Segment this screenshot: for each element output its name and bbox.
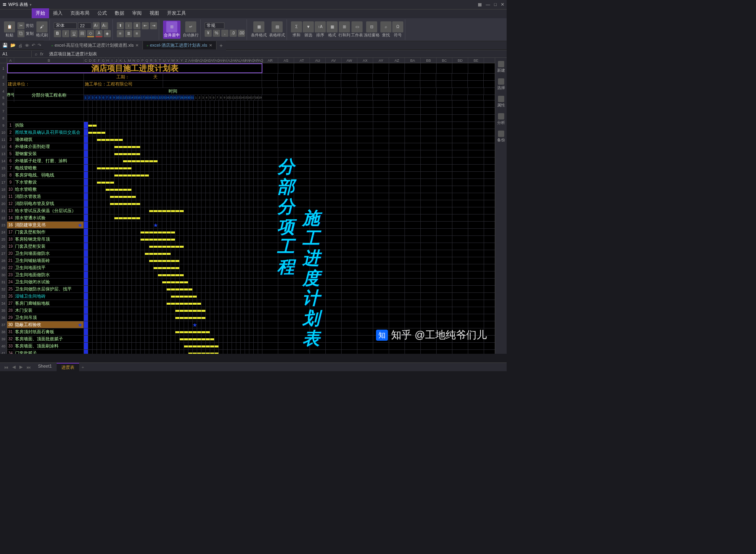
cell[interactable] [119,293,123,300]
cell[interactable] [236,314,241,321]
cell[interactable] [162,122,167,129]
cell[interactable] [123,307,127,314]
cell[interactable] [258,307,262,314]
cell[interactable] [136,300,141,307]
row-header[interactable]: 14 [0,157,7,164]
cell[interactable]: 墙体砌筑 [14,136,84,143]
col-header[interactable]: AF [210,58,215,63]
cell[interactable] [184,314,188,321]
cell[interactable] [258,243,262,250]
cell[interactable] [193,165,197,171]
cell[interactable] [158,321,162,328]
col-header[interactable]: X [175,58,180,63]
cell[interactable] [123,336,127,342]
cell[interactable] [149,321,154,328]
cell[interactable] [106,328,110,335]
cell[interactable] [201,200,206,207]
cell[interactable] [136,257,141,264]
cell[interactable] [197,250,201,257]
row-header[interactable]: 22 [0,214,7,221]
cell[interactable] [101,193,106,200]
cell[interactable] [84,286,88,292]
cell[interactable] [132,328,136,335]
cell[interactable] [175,279,180,285]
cell[interactable] [258,293,262,300]
col-header[interactable]: H [106,58,110,63]
col-header[interactable]: AO [249,58,254,63]
cell[interactable] [154,129,158,136]
cell[interactable] [171,193,175,200]
cell[interactable] [219,229,223,235]
cell[interactable] [245,300,249,307]
cell[interactable] [210,229,215,235]
cell[interactable] [258,314,262,321]
cell[interactable] [84,314,88,321]
cell[interactable] [127,172,132,178]
wrap-icon[interactable]: ↵ [185,21,196,32]
open-icon[interactable]: 📂 [10,43,16,48]
cell[interactable] [84,300,88,307]
cell[interactable] [162,314,167,321]
cell[interactable] [93,336,97,342]
cell[interactable] [110,257,114,264]
cell[interactable]: 2 [87,95,91,100]
currency-icon[interactable]: ¥ [205,30,212,37]
borders-icon[interactable]: 田 [79,30,86,37]
cell[interactable] [249,179,254,186]
cell[interactable] [88,300,93,307]
cell[interactable] [154,321,158,328]
cell[interactable] [101,350,106,354]
cell[interactable] [145,186,149,193]
cell[interactable] [254,314,258,321]
cell[interactable] [201,157,206,164]
row-header[interactable]: 4 [0,88,7,95]
cell[interactable] [149,300,154,307]
side-item-0[interactable]: 新建 [497,61,505,73]
cell[interactable] [167,108,171,114]
col-header[interactable]: S [154,58,158,63]
row-header[interactable]: 34 [0,300,7,307]
cell[interactable] [167,243,171,250]
cell[interactable] [193,328,197,335]
cell[interactable] [132,186,136,193]
cell[interactable] [114,193,119,200]
cell[interactable] [215,336,219,342]
cell[interactable] [158,143,162,150]
cell[interactable] [7,115,84,121]
cell[interactable] [101,286,106,292]
cell[interactable] [110,350,114,354]
cell[interactable] [158,186,162,193]
cell[interactable] [149,293,154,300]
cell[interactable] [145,214,149,221]
cell[interactable] [249,136,254,143]
cell[interactable] [197,243,201,250]
cell[interactable] [228,250,232,257]
cell[interactable]: 卫生间铺贴墙面砖 [14,257,84,264]
cell[interactable] [215,286,219,292]
cell[interactable] [184,257,188,264]
cell[interactable] [114,286,119,292]
cell[interactable] [123,207,127,214]
row-header[interactable]: 30 [0,271,7,278]
cell[interactable] [245,321,249,328]
cell[interactable] [167,300,171,307]
cell[interactable] [180,264,184,271]
cell[interactable] [236,286,241,292]
cell[interactable] [188,129,193,136]
cell[interactable] [145,271,149,278]
cell[interactable] [232,264,236,271]
cell[interactable] [7,74,84,80]
cell[interactable] [249,186,254,193]
cell[interactable] [97,193,101,200]
cell[interactable] [154,229,158,235]
cell[interactable] [114,314,119,321]
cell[interactable] [241,186,245,193]
cell[interactable] [123,129,127,136]
cell[interactable] [215,136,219,143]
cell[interactable] [136,321,141,328]
cell[interactable] [249,300,254,307]
cell[interactable] [258,122,262,129]
cell[interactable] [228,101,232,107]
col-header[interactable]: AE [206,58,210,63]
cell[interactable] [127,336,132,342]
